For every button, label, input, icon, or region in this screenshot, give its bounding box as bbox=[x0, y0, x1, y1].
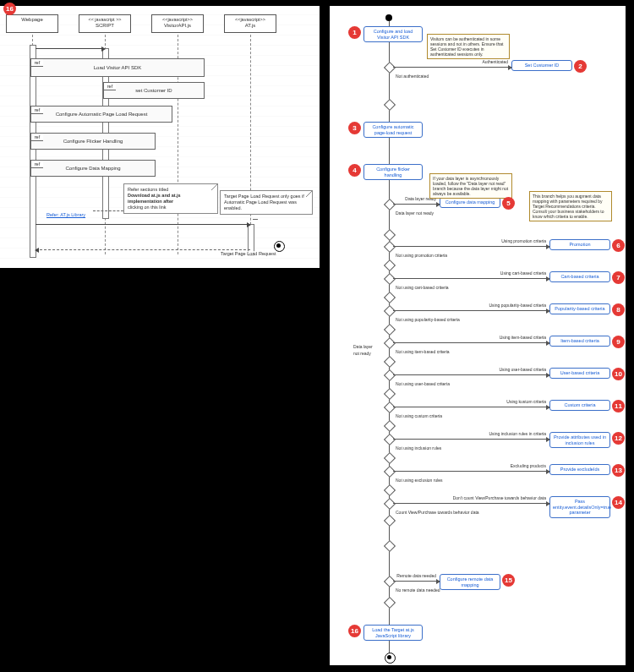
final-node-icon bbox=[385, 653, 396, 664]
diagram-note: This branch helps you augment data mappi… bbox=[529, 191, 612, 221]
step-marker: 11 bbox=[612, 400, 625, 412]
activity-box[interactable]: Promotion bbox=[549, 239, 610, 250]
decision-node bbox=[384, 241, 396, 253]
edge-label: Not using cart-based criteria bbox=[396, 285, 449, 290]
activity-box[interactable]: Pass entity.event.detailsOnly=true param… bbox=[549, 496, 610, 518]
decision-node bbox=[384, 402, 396, 413]
activity-box[interactable]: Popularity-based criteria bbox=[549, 303, 610, 314]
end-icon bbox=[274, 241, 285, 252]
ref-fragment: refLoad Visitor API SDK bbox=[30, 58, 205, 77]
edge-label: Remote data needed bbox=[396, 573, 436, 578]
step-marker: 7 bbox=[612, 271, 625, 284]
decision-node bbox=[384, 420, 396, 432]
decision-node bbox=[384, 540, 396, 552]
step-marker: 12 bbox=[612, 432, 625, 445]
lifeline-head: <<javascript>>AT.js bbox=[224, 14, 276, 33]
decision-node bbox=[384, 260, 396, 271]
step-marker: 16 bbox=[348, 625, 361, 637]
edge-label: Data layer bbox=[353, 344, 373, 349]
decision-node bbox=[384, 498, 396, 510]
activity-box[interactable]: Configure flicker handling bbox=[363, 164, 423, 180]
step-marker: 9 bbox=[612, 336, 625, 348]
edge-label: Not authenticated bbox=[396, 74, 429, 79]
diagram-note: Visitors can be authenticated in some se… bbox=[427, 34, 510, 59]
lifeline-head: <<javascript>>VisitorAPI.js bbox=[151, 14, 204, 33]
edge-label: Not using popularity-based criteria bbox=[396, 317, 460, 322]
edge-label: Authenticated bbox=[482, 59, 508, 64]
edge-label: Using promotion criteria bbox=[501, 238, 546, 243]
decision-node bbox=[384, 337, 396, 349]
step-marker: 4 bbox=[348, 164, 361, 177]
decision-node bbox=[384, 199, 396, 210]
decision-node bbox=[384, 484, 396, 496]
edge-label: Not using item-based criteria bbox=[396, 349, 450, 354]
activity-box[interactable]: Provide excludeIds bbox=[549, 464, 610, 475]
edge-label: No remote data needed bbox=[396, 587, 440, 593]
initial-node-icon bbox=[385, 14, 392, 21]
step-marker: 6 bbox=[612, 239, 625, 252]
activity-box[interactable]: Provide attributes used in inclusion rul… bbox=[549, 432, 610, 448]
edge-label: Don't count View/Purchase towards behavi… bbox=[453, 495, 546, 500]
edge-label: Using popularity-based criteria bbox=[489, 303, 546, 308]
ref-fragment: refConfigure Flicker Handling bbox=[30, 133, 156, 150]
activity-box[interactable]: Configure and load Visitor API SDK bbox=[363, 26, 423, 42]
step-marker: 5 bbox=[502, 197, 515, 210]
edge-label: not ready bbox=[353, 351, 371, 356]
activity-box[interactable]: Custom criteria bbox=[549, 400, 610, 411]
decision-node bbox=[384, 515, 396, 527]
edge-label: Count View/Purchase towards behavior dat… bbox=[396, 510, 479, 515]
decision-node bbox=[384, 369, 396, 381]
atjs-library-link[interactable]: Refer: AT.js Library bbox=[46, 212, 85, 217]
decision-node bbox=[384, 292, 396, 303]
step-marker: 13 bbox=[612, 464, 625, 477]
edge-label: Not using custom criteria bbox=[396, 413, 442, 418]
decision-node bbox=[384, 356, 396, 368]
activity-box[interactable]: Cart-based criteria bbox=[549, 271, 610, 282]
activity-box[interactable]: Configure remote data mapping bbox=[440, 574, 500, 590]
step-marker: 3 bbox=[348, 122, 361, 134]
decision-node bbox=[384, 229, 396, 241]
lifeline-head: Webpage bbox=[6, 14, 58, 33]
edge-label: Using kustom criteria bbox=[506, 399, 546, 404]
step-marker: 15 bbox=[502, 574, 515, 587]
edge-label: Not using exclusion rules bbox=[396, 478, 443, 483]
lifeline-head: << javascript >>SCRIPT bbox=[79, 14, 131, 33]
note-target-pageload: Target Page Load Request only goes if Au… bbox=[220, 190, 313, 215]
step-marker: 2 bbox=[574, 60, 587, 73]
return-message-label: Target Page Load Request bbox=[220, 251, 276, 256]
decision-node bbox=[384, 576, 396, 587]
decision-node bbox=[384, 466, 396, 478]
activity-box[interactable]: User-based criteria bbox=[549, 368, 610, 379]
edge-label: Not using promotion criteria bbox=[396, 253, 447, 258]
step-marker: 10 bbox=[612, 368, 625, 380]
ref-fragment: refset Customer ID bbox=[103, 82, 205, 99]
activity-box[interactable]: Configure automatic page-load request bbox=[363, 122, 423, 138]
decision-node bbox=[384, 62, 396, 74]
decision-node bbox=[384, 597, 396, 609]
edge-label: Not using inclusion rules bbox=[396, 445, 441, 451]
step-marker: 8 bbox=[612, 303, 625, 316]
decision-node bbox=[384, 305, 396, 317]
edge-label: Excluding products bbox=[511, 463, 546, 468]
edge-label: Using inclusion rules in criteria bbox=[489, 431, 546, 436]
decision-node bbox=[384, 324, 396, 336]
ref-fragment: refConfigure Data Mapping bbox=[30, 160, 156, 177]
edge-label: Not using user-based criteria bbox=[396, 381, 450, 386]
decision-node bbox=[384, 388, 396, 400]
activity-diagram-panel: Configure and load Visitor API SDK1Set C… bbox=[330, 6, 626, 665]
ref-fragment: refConfigure Automatic Page Load Request bbox=[30, 106, 172, 123]
decision-node bbox=[384, 452, 396, 464]
note-download-atjs: Refer sections titled Download at.js and… bbox=[123, 183, 218, 214]
edge-label: Using user-based criteria bbox=[499, 367, 546, 372]
diagram-note: If your data layer is asynchronously loa… bbox=[429, 173, 512, 199]
sequence-diagram-panel: Webpage<< javascript >>SCRIPT<<javascrip… bbox=[0, 6, 320, 268]
step-marker: 14 bbox=[612, 496, 625, 509]
decision-node bbox=[384, 434, 396, 445]
activity-box[interactable]: Set Customer ID bbox=[511, 60, 572, 71]
activity-box[interactable]: Load the Target at.js JavaScript library bbox=[363, 625, 423, 641]
edge-label: Data layer not ready bbox=[396, 210, 434, 216]
step-marker-16-left: 16 bbox=[3, 3, 16, 15]
edge-label: Using cart-based criteria bbox=[500, 270, 546, 276]
activity-box[interactable]: Item-based criteria bbox=[549, 336, 610, 347]
decision-node bbox=[384, 99, 396, 111]
